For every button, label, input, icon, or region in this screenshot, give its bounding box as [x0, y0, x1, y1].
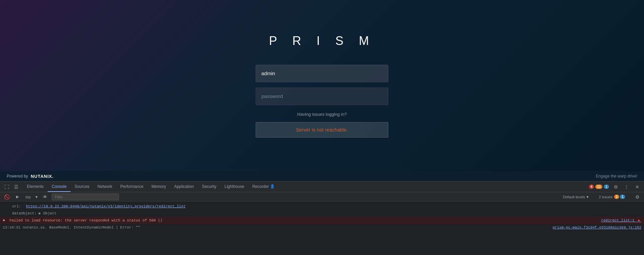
devtools-panel: ⛶ ☰ Elements Console Sources Network Per…: [0, 181, 644, 255]
issues-count[interactable]: 2 issues: 1 1: [599, 195, 625, 199]
tab-network[interactable]: Network: [93, 182, 116, 192]
server-error-button[interactable]: Server is not reachable.: [256, 122, 388, 138]
console-line-dataobject: dataObject: ▶ Object: [0, 210, 644, 217]
username-input[interactable]: [256, 65, 388, 82]
console-line-error: ● Failed to load resource: the server re…: [0, 217, 644, 224]
tab-console[interactable]: Console: [48, 182, 71, 192]
tab-application[interactable]: Application: [170, 182, 198, 192]
cursor-icon[interactable]: ⛶: [3, 183, 11, 191]
tab-recorder[interactable]: Recorder 👤: [248, 182, 279, 192]
app-title: P R I S M: [269, 34, 375, 48]
expand-icon[interactable]: ▶: [13, 193, 22, 201]
error-circle-icon: ●: [3, 217, 7, 223]
dropdown-arrow[interactable]: ▼: [35, 195, 38, 199]
devtools-right-controls: 4 11 1 ⚙ ⋮ ✕: [589, 183, 641, 191]
login-form: Having issues logging in? Server is not …: [255, 65, 389, 138]
url-link[interactable]: https://10.0.22.200:9440/api/nutanix/v3/…: [26, 204, 185, 209]
issues-badge-1: 1: [614, 195, 619, 199]
login-background: P R I S M Having issues logging in? Serv…: [0, 0, 644, 171]
powered-by-label: Powered by: [7, 174, 28, 178]
tab-elements[interactable]: Elements: [23, 182, 48, 192]
console-toolbar: 🚫 ▶ top ▼ 👁 Default levels ▼ 2 issues: 1…: [0, 192, 644, 202]
warning-badge: 11: [595, 185, 602, 189]
console-line-log: 13:10:31 nutanix.ui. BaseModel. IntentDy…: [0, 224, 644, 231]
more-options-icon[interactable]: ⋮: [622, 183, 631, 191]
info-badge: 1: [604, 185, 609, 189]
devtools-toolbar: ⛶ ☰ Elements Console Sources Network Per…: [0, 182, 644, 192]
issues-badge-2: 1: [620, 195, 625, 199]
engage-text: Engage the warp drive!: [596, 174, 637, 178]
trouble-link[interactable]: Having issues logging in?: [297, 112, 347, 117]
tab-sources[interactable]: Sources: [71, 182, 93, 192]
error-count[interactable]: 4 11 1: [589, 185, 609, 189]
close-devtools-icon[interactable]: ✕: [633, 183, 641, 191]
default-levels-dropdown[interactable]: Default levels ▼: [563, 195, 590, 199]
powered-by: Powered by NUTANIX.: [7, 174, 54, 179]
console-line-url: url: https://10.0.22.200:9440/api/nutani…: [0, 203, 644, 210]
bottom-bar: Powered by NUTANIX. Engage the warp driv…: [0, 171, 644, 181]
clear-console-icon[interactable]: 🚫: [3, 193, 11, 201]
tab-performance[interactable]: Performance: [116, 182, 147, 192]
top-select-button[interactable]: top: [24, 194, 32, 200]
log-source-link[interactable]: prism-pc-main.f3c04f.e53109a1c3e9.js:192: [553, 225, 641, 231]
devtools-tab-icons: ⛶ ☰: [3, 183, 20, 191]
issues-settings-icon[interactable]: ⚙: [633, 193, 641, 201]
console-filter-input[interactable]: [52, 194, 119, 200]
devtools-tabs: ⛶ ☰ Elements Console Sources Network Per…: [3, 182, 279, 192]
console-content: url: https://10.0.22.200:9440/api/nutani…: [0, 202, 644, 255]
tab-memory[interactable]: Memory: [147, 182, 170, 192]
error-source-link[interactable]: redirect_list:1 🔺: [601, 218, 641, 223]
tab-lighthouse[interactable]: Lighthouse: [220, 182, 248, 192]
settings-icon[interactable]: ⚙: [612, 183, 620, 191]
eye-icon[interactable]: 👁: [41, 193, 49, 201]
error-badge: 4: [589, 185, 594, 189]
device-icon[interactable]: ☰: [12, 183, 20, 191]
password-input[interactable]: [256, 88, 388, 105]
tab-security[interactable]: Security: [198, 182, 220, 192]
brand-name: NUTANIX.: [31, 174, 53, 179]
